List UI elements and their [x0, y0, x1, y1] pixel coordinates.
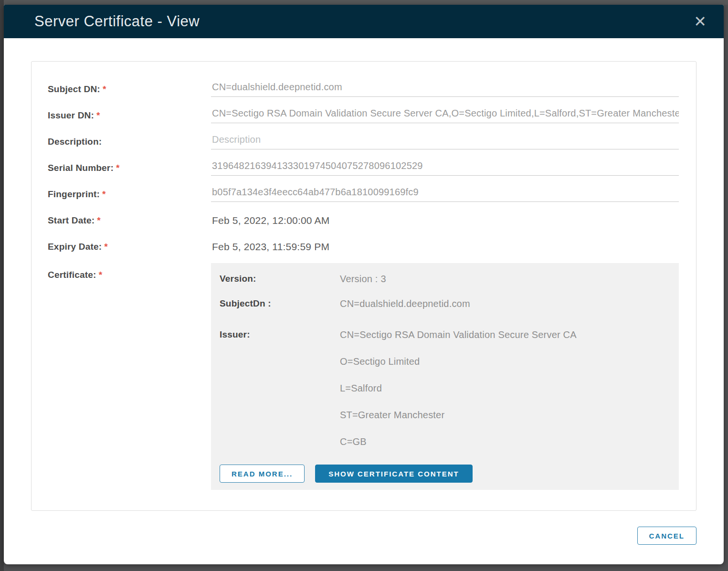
required-asterisk: * — [96, 110, 100, 120]
subject-dn-label-text: Subject DN: — [48, 84, 100, 94]
issuer-dn-label: Issuer DN:* — [48, 110, 211, 121]
cancel-button[interactable]: CANCEL — [637, 527, 697, 545]
issuer-dn-input[interactable] — [211, 108, 679, 123]
cert-issuer-l: L=Salford — [340, 383, 577, 394]
dialog-header: Server Certificate - View ✕ — [4, 5, 724, 38]
read-more-button[interactable]: READ MORE... — [220, 465, 305, 483]
cert-version-label: Version: — [220, 274, 340, 284]
required-asterisk: * — [102, 189, 106, 199]
description-label-text: Description: — [48, 137, 102, 147]
required-asterisk: * — [97, 215, 101, 225]
cert-issuer-c: C=GB — [340, 436, 577, 447]
certificate-form-card: Subject DN:* Issuer DN:* Description: Se… — [31, 61, 696, 511]
cert-issuer-cn: CN=Sectigo RSA Domain Validation Secure … — [340, 329, 577, 340]
dialog-title: Server Certificate - View — [34, 13, 200, 30]
description-input[interactable] — [211, 134, 679, 149]
server-certificate-view-dialog: Server Certificate - View ✕ Subject DN:*… — [4, 5, 724, 564]
fingerprint-label-text: Fingerprint: — [48, 189, 100, 199]
subject-dn-label: Subject DN:* — [48, 84, 211, 95]
field-row-start-date: Start Date:* Feb 5, 2022, 12:00:00 AM — [32, 207, 696, 233]
serial-number-input[interactable] — [211, 160, 679, 176]
serial-number-label-text: Serial Number: — [48, 163, 114, 173]
field-row-issuer-dn: Issuer DN:* — [32, 102, 696, 128]
field-row-expiry-date: Expiry Date:* Feb 5, 2023, 11:59:59 PM — [32, 233, 696, 260]
serial-number-label: Serial Number:* — [48, 163, 211, 173]
cert-subjectdn-label: SubjectDn : — [220, 298, 340, 309]
expiry-date-label-text: Expiry Date: — [48, 242, 102, 252]
cert-subjectdn-row: SubjectDn : CN=dualshield.deepnetid.com — [220, 298, 669, 309]
close-icon[interactable]: ✕ — [689, 12, 711, 31]
fingerprint-input[interactable] — [211, 187, 679, 202]
field-row-subject-dn: Subject DN:* — [32, 76, 696, 102]
certificate-label: Certificate:* — [48, 263, 211, 280]
start-date-value: Feb 5, 2022, 12:00:00 AM — [211, 215, 679, 226]
cert-version-value: Version : 3 — [340, 274, 386, 285]
field-row-certificate: Certificate:* Version: Version : 3 Subje… — [32, 263, 696, 490]
field-row-fingerprint: Fingerprint:* — [32, 181, 696, 207]
expiry-date-value: Feb 5, 2023, 11:59:59 PM — [211, 241, 679, 253]
certificate-details-panel: Version: Version : 3 SubjectDn : CN=dual… — [211, 263, 679, 490]
field-row-serial-number: Serial Number:* — [32, 155, 696, 181]
page-backdrop — [0, 0, 728, 5]
cert-issuer-row: Issuer: CN=Sectigo RSA Domain Validation… — [220, 329, 669, 447]
required-asterisk: * — [104, 242, 108, 252]
cert-buttons-row: READ MORE... SHOW CERTIFICATE CONTENT — [220, 465, 669, 483]
cert-issuer-label: Issuer: — [220, 329, 340, 340]
cert-subjectdn-value: CN=dualshield.deepnetid.com — [340, 298, 470, 309]
certificate-label-text: Certificate: — [48, 270, 96, 280]
required-asterisk: * — [99, 270, 103, 280]
page-backdrop-left — [0, 0, 4, 571]
cert-issuer-values: CN=Sectigo RSA Domain Validation Secure … — [340, 329, 577, 447]
dialog-footer: CANCEL — [4, 511, 724, 545]
expiry-date-label: Expiry Date:* — [48, 242, 211, 252]
start-date-label-text: Start Date: — [48, 215, 95, 225]
required-asterisk: * — [116, 163, 120, 173]
description-label: Description: — [48, 137, 211, 147]
fingerprint-label: Fingerprint:* — [48, 189, 211, 200]
cert-version-row: Version: Version : 3 — [220, 274, 669, 285]
show-certificate-content-button[interactable]: SHOW CERTIFICATE CONTENT — [315, 465, 473, 483]
start-date-label: Start Date:* — [48, 215, 211, 226]
field-row-description: Description: — [32, 128, 696, 155]
cert-issuer-o: O=Sectigo Limited — [340, 356, 577, 367]
cert-issuer-st: ST=Greater Manchester — [340, 410, 577, 421]
issuer-dn-label-text: Issuer DN: — [48, 110, 94, 120]
required-asterisk: * — [103, 84, 106, 94]
subject-dn-input[interactable] — [211, 82, 679, 97]
